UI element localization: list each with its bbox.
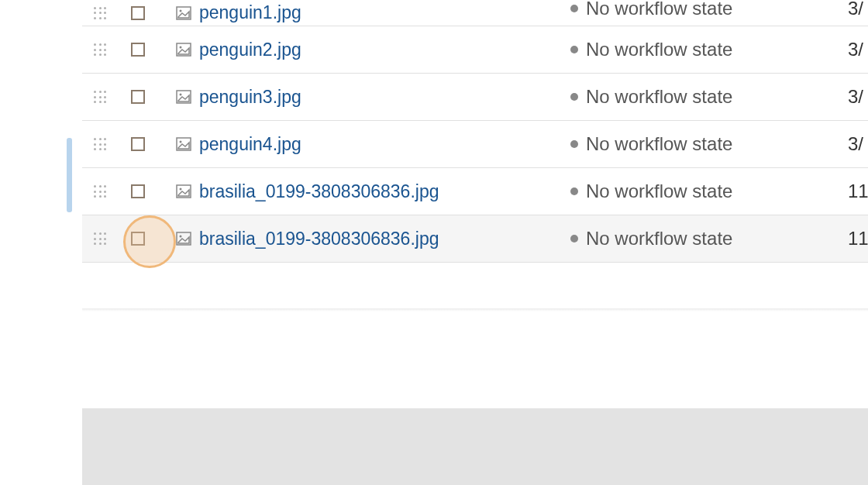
date-cell: 11: [848, 181, 868, 202]
date-cell: 3/: [848, 133, 863, 155]
workflow-status-text: No workflow state: [586, 133, 732, 155]
table-row[interactable]: penguin4.jpg No workflow state 3/: [82, 121, 868, 168]
table-row[interactable]: penguin3.jpg No workflow state 3/: [82, 74, 868, 121]
workflow-status-dot-icon: [570, 235, 578, 242]
workflow-status-dot-icon: [570, 93, 578, 101]
row-checkbox[interactable]: [131, 184, 145, 198]
filename-link[interactable]: penguin4.jpg: [199, 134, 868, 155]
table-bottom-shadow: [82, 308, 868, 311]
filename-link[interactable]: penguin1.jpg: [199, 2, 868, 23]
workflow-cell: No workflow state: [570, 181, 732, 202]
row-checkbox[interactable]: [131, 137, 145, 151]
workflow-status-dot-icon: [570, 187, 578, 195]
filename-link[interactable]: penguin3.jpg: [199, 87, 868, 108]
workflow-status-text: No workflow state: [586, 228, 732, 249]
date-cell: 11: [848, 228, 868, 249]
image-file-icon: [176, 232, 191, 246]
workflow-status-dot-icon: [570, 46, 578, 53]
table-row[interactable]: penguin2.jpg No workflow state 3/: [82, 26, 868, 74]
workflow-cell: No workflow state: [570, 133, 732, 155]
workflow-cell: No workflow state: [570, 39, 732, 60]
table-row[interactable]: brasilia_0199-3808306836.jpg No workflow…: [82, 168, 868, 215]
row-checkbox[interactable]: [131, 232, 145, 246]
date-cell: 3/: [848, 39, 863, 60]
drag-handle-icon[interactable]: [94, 185, 106, 198]
drag-handle-icon[interactable]: [94, 43, 106, 56]
drag-handle-icon[interactable]: [94, 232, 106, 245]
workflow-status-text: No workflow state: [586, 181, 732, 202]
svg-point-7: [180, 141, 182, 143]
filename-link[interactable]: penguin2.jpg: [199, 40, 868, 60]
filename-link[interactable]: brasilia_0199-3808306836.jpg: [199, 181, 868, 202]
image-file-icon: [176, 43, 191, 57]
row-checkbox[interactable]: [131, 90, 145, 104]
file-table: penguin1.jpg No workflow state 3/ pengui…: [82, 0, 868, 263]
svg-point-9: [180, 188, 182, 191]
svg-point-1: [180, 9, 182, 12]
svg-point-11: [180, 236, 182, 238]
filename-link[interactable]: brasilia_0199-3808306836.jpg: [199, 229, 868, 249]
drag-handle-icon[interactable]: [94, 7, 106, 19]
row-checkbox[interactable]: [131, 43, 145, 57]
table-row[interactable]: brasilia_0199-3808306836.jpg No workflow…: [82, 215, 868, 263]
image-file-icon: [176, 6, 191, 20]
drag-handle-icon[interactable]: [94, 91, 106, 103]
image-file-icon: [176, 137, 191, 151]
workflow-status-text: No workflow state: [586, 86, 732, 108]
workflow-cell: No workflow state: [570, 0, 732, 19]
row-checkbox[interactable]: [131, 6, 145, 20]
workflow-status-dot-icon: [570, 5, 578, 12]
image-file-icon: [176, 90, 191, 104]
table-row[interactable]: penguin1.jpg No workflow state 3/: [82, 0, 868, 26]
workflow-status-text: No workflow state: [586, 39, 732, 60]
date-cell: 3/: [848, 0, 863, 19]
workflow-cell: No workflow state: [570, 228, 732, 249]
workflow-status-text: No workflow state: [586, 0, 732, 19]
svg-point-3: [180, 46, 182, 49]
side-scroll-indicator: [67, 138, 72, 212]
workflow-status-dot-icon: [570, 140, 578, 148]
image-file-icon: [176, 184, 191, 198]
drag-handle-icon[interactable]: [94, 138, 106, 150]
footer-bar: [82, 408, 868, 485]
svg-point-5: [180, 94, 182, 96]
date-cell: 3/: [848, 86, 863, 108]
workflow-cell: No workflow state: [570, 86, 732, 108]
